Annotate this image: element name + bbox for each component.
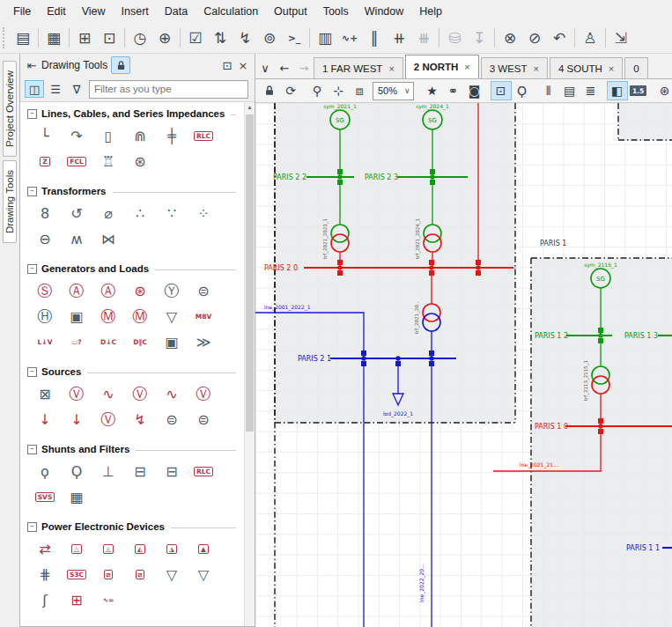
single-line-diagram[interactable]: PARIS 1PARIS 2 2PARIS 2 3PARIS 2 0PARIS … bbox=[255, 103, 672, 627]
harmonic-filter-tool[interactable]: ⊟ bbox=[127, 459, 153, 484]
rebuild-icon[interactable]: ⟳ bbox=[280, 81, 301, 100]
thyristor-reactor-tool[interactable]: ⋕ bbox=[32, 562, 58, 587]
plot-curve-icon[interactable]: ∿+ bbox=[337, 26, 362, 49]
series-reactor-tool[interactable]: ▯ bbox=[95, 123, 122, 149]
static-generator-tool[interactable]: ⊛ bbox=[127, 278, 153, 304]
list-view-button[interactable]: ☰ bbox=[46, 80, 65, 98]
compare-icon[interactable]: ⇅ bbox=[208, 26, 233, 49]
layers-icon[interactable]: ≣ bbox=[580, 81, 602, 100]
diode-2-tool[interactable]: ▽ bbox=[190, 562, 217, 587]
menu-tools[interactable]: Tools bbox=[315, 2, 357, 21]
menu-data[interactable]: Data bbox=[157, 2, 196, 21]
filter-options-button[interactable]: ∇ bbox=[67, 80, 86, 98]
asynchronous-machine-tool[interactable]: Ⓐ bbox=[63, 278, 90, 304]
diode-tool[interactable]: ▽ bbox=[159, 562, 185, 587]
stop-icon[interactable]: ⊗ bbox=[498, 26, 522, 49]
line-route-tool[interactable]: ↷ bbox=[63, 123, 90, 149]
scripts-console-icon[interactable]: >_ bbox=[282, 26, 306, 49]
bookmark-star-icon[interactable]: ★ bbox=[422, 81, 443, 100]
two-winding-transformer-tool[interactable]: 8 bbox=[32, 201, 58, 226]
menu-output[interactable]: Output bbox=[266, 2, 315, 21]
line-coupling-tool[interactable]: ⋒ bbox=[127, 123, 153, 149]
scroll-up-icon[interactable]: ▲ bbox=[245, 102, 255, 110]
tab-close-icon[interactable]: × bbox=[609, 63, 614, 74]
switch-tool[interactable]: ʃ bbox=[32, 587, 58, 613]
float-panel-icon[interactable]: ⊡ bbox=[219, 57, 235, 73]
add-study-case-icon[interactable]: ⧺ bbox=[387, 26, 411, 49]
impulse-source-tool[interactable]: ↯ bbox=[127, 407, 153, 432]
short-circuit-icon[interactable]: ⊚ bbox=[257, 26, 282, 49]
collapse-icon[interactable]: − bbox=[27, 522, 37, 532]
display-options-icon[interactable]: ⫴ bbox=[538, 81, 559, 100]
zoom-in-icon[interactable]: ⚲ bbox=[306, 81, 328, 100]
static-var-system-tool[interactable]: SVS bbox=[32, 484, 58, 510]
booster-transformer-tool[interactable]: ⊖ bbox=[32, 226, 58, 252]
icon-view-button[interactable]: ◫ bbox=[25, 80, 44, 98]
filter-input[interactable] bbox=[89, 80, 248, 99]
menu-edit[interactable]: Edit bbox=[39, 2, 74, 21]
diagram-tab-1-far-west[interactable]: 1 FAR WEST× bbox=[314, 57, 403, 78]
converter-3-tool[interactable]: ▲ bbox=[190, 536, 217, 562]
variations-icon[interactable]: ⊡ bbox=[97, 26, 122, 49]
fuel-cell-tool[interactable]: Ⓗ bbox=[32, 304, 58, 329]
voltage-source-3-tool[interactable]: Ⓥ bbox=[190, 381, 217, 407]
inverter-tool[interactable]: ◬ bbox=[95, 536, 122, 562]
storage-tool[interactable]: ▣ bbox=[63, 304, 90, 329]
pwm-converter-tool[interactable]: ◭ bbox=[127, 536, 153, 562]
three-winding-transformer-2-tool[interactable]: ∵ bbox=[159, 201, 185, 226]
color-scheme-icon[interactable]: ◧ bbox=[607, 81, 628, 100]
battery-tool[interactable]: ⊜ bbox=[159, 407, 185, 432]
synchronous-machine-tool[interactable]: Ⓢ bbox=[32, 278, 58, 304]
menu-calculation[interactable]: Calculation bbox=[196, 2, 266, 21]
auto-transformer-tool[interactable]: ↺ bbox=[63, 201, 90, 226]
shunt-reactor-2-tool[interactable]: Ϙ bbox=[63, 459, 90, 484]
menu-file[interactable]: File bbox=[5, 2, 39, 21]
tab-close-icon[interactable]: × bbox=[534, 63, 539, 74]
diagram-page-icon[interactable]: ▤ bbox=[559, 81, 580, 100]
freeze-mode-icon[interactable] bbox=[259, 81, 280, 100]
lv-load-tool[interactable]: L↓V bbox=[32, 329, 58, 355]
collapse-icon[interactable]: − bbox=[27, 445, 37, 454]
dc-dc-converter-tool[interactable]: ⧄ bbox=[95, 562, 122, 587]
menu-insert[interactable]: Insert bbox=[114, 2, 157, 21]
study-time-icon[interactable]: ◷ bbox=[128, 26, 152, 49]
doubly-fed-machine-tool[interactable]: Ⓐ bbox=[95, 278, 122, 304]
undo-icon[interactable]: ↶ bbox=[547, 26, 572, 49]
harmonic-filter-2-tool[interactable]: ⊟ bbox=[159, 459, 185, 484]
load-flow-icon[interactable]: ↯ bbox=[233, 26, 257, 49]
motor-load-tool[interactable]: M8V bbox=[190, 304, 217, 329]
collapse-icon[interactable]: − bbox=[27, 109, 37, 119]
ac-source-tool[interactable]: ∿ bbox=[95, 381, 122, 407]
tab-forward-button[interactable]: → bbox=[294, 57, 314, 78]
collapse-icon[interactable]: − bbox=[27, 187, 37, 196]
validate-icon[interactable]: ☑ bbox=[183, 26, 208, 49]
pan-icon[interactable]: ⊹ bbox=[328, 81, 349, 100]
close-panel-icon[interactable]: × bbox=[235, 57, 251, 73]
palette-icon[interactable]: ⊛ bbox=[654, 81, 672, 100]
collapse-icon[interactable]: − bbox=[27, 367, 37, 377]
save-data-icon[interactable]: ↧ bbox=[467, 26, 491, 49]
zoom-fit-icon[interactable]: ⧈ bbox=[349, 81, 370, 100]
motor-lv-tool[interactable]: Ⓜ bbox=[127, 304, 153, 329]
ac-dc-line-tool[interactable]: ∿= bbox=[95, 587, 122, 613]
series-capacitor-tool[interactable]: ╪ bbox=[159, 123, 185, 149]
partial-load-tool[interactable]: ▣ bbox=[159, 329, 185, 355]
rlc-element-tool[interactable]: RLC bbox=[190, 123, 217, 149]
current-source-2-tool[interactable]: ↓ bbox=[63, 407, 90, 432]
common-impedance-tool[interactable]: Z bbox=[32, 149, 58, 174]
comtrade-icon[interactable]: ‖ bbox=[362, 26, 387, 49]
wind-generator-tool[interactable]: Ⓨ bbox=[159, 278, 185, 304]
collapse-icon[interactable]: − bbox=[27, 264, 37, 274]
fault-current-limiter-tool[interactable]: FCL bbox=[63, 149, 90, 174]
current-source-tool[interactable]: ↓ bbox=[32, 407, 58, 432]
diagram-tab-0[interactable]: 0 bbox=[624, 57, 647, 78]
tab-close-icon[interactable]: × bbox=[464, 62, 469, 72]
line-tool[interactable]: └ bbox=[32, 123, 58, 149]
tab-back-button[interactable]: ← bbox=[275, 57, 294, 78]
window-resize-icon[interactable]: ⇲ bbox=[609, 26, 633, 49]
data-manager-icon[interactable]: ▦ bbox=[41, 26, 66, 49]
soft-starter-tool[interactable]: S3C bbox=[63, 562, 90, 587]
tab-close-icon[interactable]: × bbox=[388, 63, 394, 74]
menu-view[interactable]: View bbox=[74, 2, 114, 21]
diagram-tab-3-west[interactable]: 3 WEST× bbox=[481, 57, 548, 78]
